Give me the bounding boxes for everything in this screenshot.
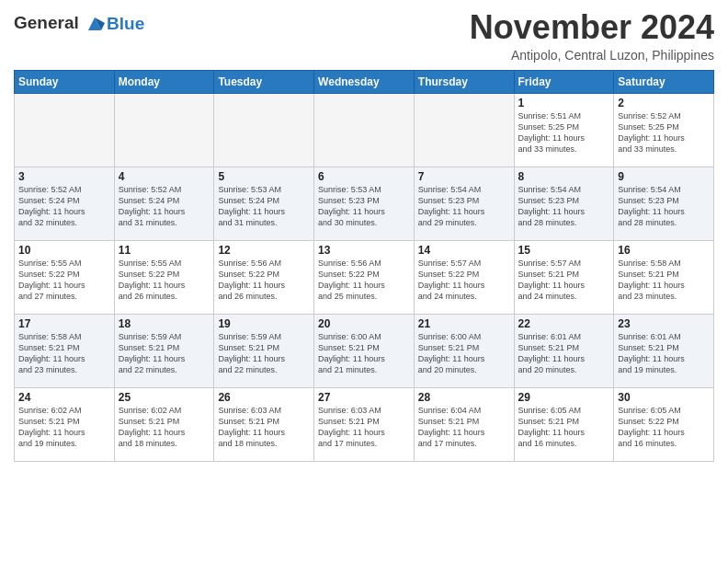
calendar-cell	[214, 93, 314, 167]
day-info: Sunrise: 5:51 AMSunset: 5:25 PMDaylight:…	[518, 110, 610, 155]
day-number: 11	[119, 244, 210, 257]
day-number: 14	[418, 244, 510, 257]
calendar-cell	[114, 93, 214, 167]
calendar-table: SundayMondayTuesdayWednesdayThursdayFrid…	[14, 70, 714, 462]
day-number: 3	[18, 170, 110, 183]
day-number: 18	[119, 317, 210, 330]
weekday-header-tuesday: Tuesday	[214, 70, 314, 93]
subtitle: Antipolo, Central Luzon, Philippines	[470, 48, 714, 63]
calendar-cell: 26Sunrise: 6:03 AMSunset: 5:21 PMDayligh…	[214, 387, 314, 461]
day-info: Sunrise: 6:05 AMSunset: 5:21 PMDaylight:…	[518, 405, 610, 450]
calendar-week-row: 10Sunrise: 5:55 AMSunset: 5:22 PMDayligh…	[15, 240, 714, 314]
day-info: Sunrise: 5:54 AMSunset: 5:23 PMDaylight:…	[418, 184, 510, 229]
calendar-cell	[15, 93, 115, 167]
calendar-cell: 2Sunrise: 5:52 AMSunset: 5:25 PMDaylight…	[614, 93, 714, 167]
day-number: 12	[218, 244, 310, 257]
calendar-cell: 25Sunrise: 6:02 AMSunset: 5:21 PMDayligh…	[114, 387, 214, 461]
day-info: Sunrise: 5:55 AMSunset: 5:22 PMDaylight:…	[119, 258, 210, 303]
day-info: Sunrise: 6:04 AMSunset: 5:21 PMDaylight:…	[418, 405, 510, 450]
calendar-cell: 7Sunrise: 5:54 AMSunset: 5:23 PMDaylight…	[414, 167, 514, 240]
calendar-cell: 9Sunrise: 5:54 AMSunset: 5:23 PMDaylight…	[614, 167, 714, 240]
day-number: 15	[518, 244, 610, 257]
calendar-cell: 6Sunrise: 5:53 AMSunset: 5:23 PMDaylight…	[314, 167, 415, 240]
day-number: 5	[218, 170, 310, 183]
day-number: 30	[618, 391, 710, 404]
calendar-cell: 19Sunrise: 5:59 AMSunset: 5:21 PMDayligh…	[214, 314, 314, 387]
logo: General Blue	[14, 13, 144, 34]
day-number: 25	[119, 391, 210, 404]
calendar-cell: 12Sunrise: 5:56 AMSunset: 5:22 PMDayligh…	[214, 240, 314, 314]
calendar-week-row: 3Sunrise: 5:52 AMSunset: 5:24 PMDaylight…	[15, 167, 714, 240]
day-number: 8	[518, 170, 610, 183]
calendar-cell: 21Sunrise: 6:00 AMSunset: 5:21 PMDayligh…	[414, 314, 514, 387]
day-info: Sunrise: 6:02 AMSunset: 5:21 PMDaylight:…	[119, 405, 210, 450]
calendar-cell: 24Sunrise: 6:02 AMSunset: 5:21 PMDayligh…	[15, 387, 115, 461]
day-number: 22	[518, 317, 610, 330]
day-info: Sunrise: 6:03 AMSunset: 5:21 PMDaylight:…	[218, 405, 310, 450]
weekday-header-row: SundayMondayTuesdayWednesdayThursdayFrid…	[15, 70, 714, 93]
header: General Blue November 2024 Antipolo, Cen…	[14, 9, 714, 63]
day-info: Sunrise: 6:02 AMSunset: 5:21 PMDaylight:…	[18, 405, 110, 450]
day-number: 26	[218, 391, 310, 404]
day-info: Sunrise: 5:56 AMSunset: 5:22 PMDaylight:…	[218, 258, 310, 303]
day-info: Sunrise: 5:52 AMSunset: 5:24 PMDaylight:…	[18, 184, 110, 229]
day-number: 10	[18, 244, 110, 257]
calendar-cell: 10Sunrise: 5:55 AMSunset: 5:22 PMDayligh…	[15, 240, 115, 314]
calendar-cell: 11Sunrise: 5:55 AMSunset: 5:22 PMDayligh…	[114, 240, 214, 314]
weekday-header-saturday: Saturday	[614, 70, 714, 93]
day-number: 2	[618, 97, 710, 109]
page: General Blue November 2024 Antipolo, Cen…	[0, 0, 728, 471]
calendar-week-row: 24Sunrise: 6:02 AMSunset: 5:21 PMDayligh…	[15, 387, 714, 461]
day-info: Sunrise: 5:55 AMSunset: 5:22 PMDaylight:…	[18, 258, 110, 303]
day-info: Sunrise: 5:59 AMSunset: 5:21 PMDaylight:…	[218, 331, 310, 376]
calendar-cell: 14Sunrise: 5:57 AMSunset: 5:22 PMDayligh…	[414, 240, 514, 314]
title-block: November 2024 Antipolo, Central Luzon, P…	[470, 9, 714, 63]
day-number: 1	[518, 97, 610, 109]
calendar-week-row: 1Sunrise: 5:51 AMSunset: 5:25 PMDaylight…	[15, 93, 714, 167]
calendar-cell: 30Sunrise: 6:05 AMSunset: 5:22 PMDayligh…	[614, 387, 714, 461]
day-info: Sunrise: 5:58 AMSunset: 5:21 PMDaylight:…	[18, 331, 110, 376]
day-number: 23	[618, 317, 710, 330]
calendar-cell: 27Sunrise: 6:03 AMSunset: 5:21 PMDayligh…	[314, 387, 415, 461]
day-info: Sunrise: 6:00 AMSunset: 5:21 PMDaylight:…	[418, 331, 510, 376]
calendar-cell: 23Sunrise: 6:01 AMSunset: 5:21 PMDayligh…	[614, 314, 714, 387]
day-info: Sunrise: 6:00 AMSunset: 5:21 PMDaylight:…	[318, 331, 410, 376]
day-info: Sunrise: 5:53 AMSunset: 5:23 PMDaylight:…	[318, 184, 410, 229]
calendar-cell: 17Sunrise: 5:58 AMSunset: 5:21 PMDayligh…	[15, 314, 115, 387]
day-number: 28	[418, 391, 510, 404]
day-number: 24	[18, 391, 110, 404]
day-info: Sunrise: 5:53 AMSunset: 5:24 PMDaylight:…	[218, 184, 310, 229]
day-number: 17	[18, 317, 110, 330]
day-info: Sunrise: 5:56 AMSunset: 5:22 PMDaylight:…	[318, 258, 410, 303]
day-number: 19	[218, 317, 310, 330]
calendar-cell: 18Sunrise: 5:59 AMSunset: 5:21 PMDayligh…	[114, 314, 214, 387]
calendar-cell: 20Sunrise: 6:00 AMSunset: 5:21 PMDayligh…	[314, 314, 415, 387]
day-info: Sunrise: 5:57 AMSunset: 5:22 PMDaylight:…	[418, 258, 510, 303]
day-info: Sunrise: 6:01 AMSunset: 5:21 PMDaylight:…	[618, 331, 710, 376]
calendar-cell: 15Sunrise: 5:57 AMSunset: 5:21 PMDayligh…	[514, 240, 614, 314]
day-info: Sunrise: 5:54 AMSunset: 5:23 PMDaylight:…	[518, 184, 610, 229]
weekday-header-wednesday: Wednesday	[314, 70, 415, 93]
calendar-cell: 16Sunrise: 5:58 AMSunset: 5:21 PMDayligh…	[614, 240, 714, 314]
day-number: 9	[618, 170, 710, 183]
calendar-cell: 29Sunrise: 6:05 AMSunset: 5:21 PMDayligh…	[514, 387, 614, 461]
day-number: 20	[318, 317, 410, 330]
day-number: 29	[518, 391, 610, 404]
logo-text: General Blue	[14, 13, 144, 34]
calendar-cell: 13Sunrise: 5:56 AMSunset: 5:22 PMDayligh…	[314, 240, 415, 314]
day-number: 27	[318, 391, 410, 404]
day-number: 16	[618, 244, 710, 257]
day-number: 4	[119, 170, 210, 183]
weekday-header-monday: Monday	[114, 70, 214, 93]
calendar-cell	[314, 93, 415, 167]
calendar-cell: 3Sunrise: 5:52 AMSunset: 5:24 PMDaylight…	[15, 167, 115, 240]
day-info: Sunrise: 6:05 AMSunset: 5:22 PMDaylight:…	[618, 405, 710, 450]
calendar-week-row: 17Sunrise: 5:58 AMSunset: 5:21 PMDayligh…	[15, 314, 714, 387]
weekday-header-thursday: Thursday	[414, 70, 514, 93]
weekday-header-friday: Friday	[514, 70, 614, 93]
day-info: Sunrise: 5:57 AMSunset: 5:21 PMDaylight:…	[518, 258, 610, 303]
day-info: Sunrise: 6:01 AMSunset: 5:21 PMDaylight:…	[518, 331, 610, 376]
day-number: 13	[318, 244, 410, 257]
day-info: Sunrise: 6:03 AMSunset: 5:21 PMDaylight:…	[318, 405, 410, 450]
weekday-header-sunday: Sunday	[15, 70, 115, 93]
